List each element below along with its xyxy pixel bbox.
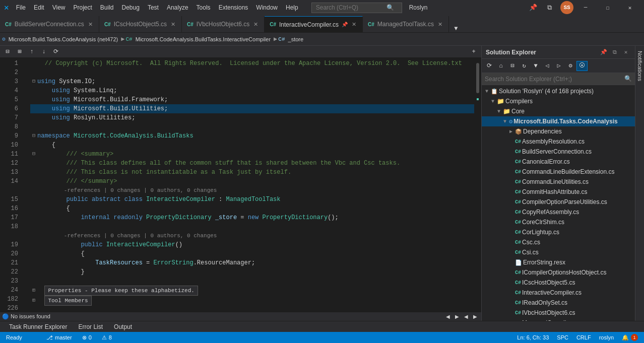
toolbar-sync-btn[interactable]: ⟳ (50, 47, 61, 57)
menu-extensions[interactable]: Extensions (215, 2, 252, 13)
close-button[interactable]: ✕ (620, 3, 640, 13)
tree-item-commit-hash[interactable]: C# CommitHashAttribute.cs (482, 187, 635, 197)
task-runner-tab[interactable]: Task Runner Explorer (4, 322, 72, 331)
menu-tools[interactable]: Tools (192, 2, 215, 13)
tab-interactive-compiler[interactable]: C# InteractiveCompiler.cs 📌 ✕ (265, 16, 363, 32)
toolbar-collapse-btn[interactable]: ⊟ (2, 47, 13, 57)
nav-prev-btn[interactable]: ◀ (444, 314, 452, 319)
menu-debug[interactable]: Debug (118, 2, 144, 13)
error-list-tab[interactable]: Error List (73, 322, 108, 331)
collapsed-properties[interactable]: Properties - Please keep these alphabeti… (44, 286, 198, 296)
fold-btn[interactable]: ⊟ (30, 77, 37, 86)
se-collapse-btn[interactable]: ⊟ (507, 61, 518, 71)
editor-scrollbar[interactable] (474, 58, 481, 312)
se-settings-btn[interactable]: ⚙ (565, 61, 576, 71)
scrollbar-thumb[interactable] (476, 63, 479, 93)
collapsed-tool-members[interactable]: Tool Members (44, 296, 91, 306)
menu-edit[interactable]: Edit (30, 2, 48, 13)
menu-view[interactable]: View (48, 2, 70, 13)
tree-item-interactive-compiler-file[interactable]: C# InteractiveCompiler.cs (482, 288, 635, 298)
tab-close-icon[interactable]: ✕ (351, 21, 357, 28)
tree-item-cmdline-utils[interactable]: C# CommandLineUtilities.cs (482, 177, 635, 187)
search-box[interactable]: 🔍 (311, 3, 402, 13)
toolbar-next-btn[interactable]: ↓ (38, 47, 49, 57)
minimize-button[interactable]: ─ (575, 3, 596, 13)
expand-icon[interactable]: ⧉ (542, 1, 556, 14)
tree-item-dependencies[interactable]: ▶ 📦 Dependencies (482, 126, 635, 136)
breadcrumb-namespace[interactable]: Microsoft.CodeAnalysis.BuildTasks.Intera… (134, 36, 273, 42)
git-branch[interactable]: ⎇ master (44, 334, 74, 341)
se-pin-btn[interactable]: 📌 (599, 47, 609, 57)
scroll-left-btn[interactable]: ◀ (462, 314, 470, 319)
tree-label: InteractiveCompiler.cs (522, 289, 582, 296)
warning-count[interactable]: ⚠ 8 (100, 334, 114, 341)
tree-item-ireadonly-set[interactable]: C# IReadOnlySet.cs (482, 298, 635, 308)
tab-icsc-host-object[interactable]: C# ICscHostObject5.cs ✕ (99, 16, 182, 32)
tree-item-cor-lightup[interactable]: C# CorLightup.cs (482, 227, 635, 237)
tree-item-core[interactable]: ▼ 📁 Core (482, 106, 635, 116)
tree-item-icsc-host-object5[interactable]: C# ICscHostObject5.cs (482, 278, 635, 288)
se-refresh-btn[interactable]: ↻ (519, 61, 530, 71)
tree-item-compiler-option-parse[interactable]: C# CompilerOptionParseUtilities.cs (482, 197, 635, 207)
tree-item-compilers[interactable]: ▼ 📁 Compilers (482, 96, 635, 106)
tree-item-csc[interactable]: C# Csc.cs (482, 237, 635, 247)
tab-overflow-button[interactable]: ▼ (449, 25, 463, 32)
nav-next-btn[interactable]: ▶ (453, 314, 461, 319)
se-next-btn[interactable]: ▷ (553, 61, 564, 71)
tree-item-canonical-error[interactable]: C# CanonicalError.cs (482, 157, 635, 167)
scroll-right-btn[interactable]: ▶ (471, 314, 479, 319)
se-prev-btn[interactable]: ◁ (542, 61, 553, 71)
se-expand-btn[interactable]: ⧉ (610, 47, 620, 57)
tree-item-ivbc-host-object6[interactable]: C# IVbcHostObject6.cs (482, 308, 635, 318)
code-line-182-collapsed[interactable]: ⊞ Tool Members (30, 296, 474, 306)
tree-item-project[interactable]: ▼ ⚙ Microsoft.Build.Tasks.CodeAnalysis (482, 116, 635, 126)
error-count[interactable]: ⊗ 0 (80, 334, 94, 341)
notification-btn[interactable]: 🔔 1 (620, 334, 640, 341)
tree-item-core-clr-shim[interactable]: C# CoreClrShim.cs (482, 217, 635, 227)
search-input[interactable] (316, 4, 387, 11)
tab-close-icon[interactable]: ✕ (170, 21, 176, 28)
tree-item-build-server[interactable]: C# BuildServerConnection.cs (482, 147, 635, 157)
tab-close-icon[interactable]: ✕ (252, 21, 259, 28)
tab-ivbc-host-object[interactable]: C# IVbcHostObject6.cs ✕ (182, 16, 265, 32)
menu-project[interactable]: Project (69, 2, 96, 13)
se-close-btn[interactable]: ✕ (621, 47, 631, 57)
tree-item-copy-ref-assembly[interactable]: C# CopyRefAssembly.cs (482, 207, 635, 217)
fold-btn[interactable]: ⊟ (30, 150, 37, 159)
menu-file[interactable]: File (12, 2, 30, 13)
tab-build-server-connection[interactable]: C# BuildServerConnection.cs ✕ (0, 16, 99, 32)
se-home-btn[interactable]: ⌂ (495, 61, 506, 71)
tab-managed-tool-task[interactable]: C# ManagedToolTask.cs ✕ (363, 16, 449, 32)
menu-window[interactable]: Window (252, 2, 282, 13)
tab-close-icon[interactable]: ✕ (87, 21, 94, 28)
tree-item-cmdline-builder[interactable]: C# CommandLineBuilderExtension.cs (482, 167, 635, 177)
toolbar-expand-btn[interactable]: ⊞ (14, 47, 25, 57)
tree-item-error-string[interactable]: 📄 ErrorString.resx (482, 257, 635, 267)
tree-item-solution[interactable]: ▼ 📋 Solution 'Roslyn' (4 of 168 projects… (482, 86, 635, 96)
notifications-label[interactable]: Notifications (636, 48, 644, 84)
tree-item-assembly-resolution[interactable]: C# AssemblyResolution.cs (482, 136, 635, 147)
breadcrumb-project[interactable]: Microsoft.Build.Tasks.CodeAnalysis (net4… (7, 36, 120, 42)
menu-help[interactable]: Help (282, 2, 302, 13)
code-content[interactable]: // Copyright (c) Microsoft. All Rights R… (26, 58, 474, 312)
tab-close-icon[interactable]: ✕ (437, 21, 443, 28)
code-line-24-collapsed[interactable]: ⊞ Properties - Please keep these alphabe… (30, 286, 474, 296)
se-filter-btn[interactable]: ▼ (530, 61, 541, 71)
se-sync-btn[interactable]: ⟳ (484, 61, 495, 71)
menu-build[interactable]: Build (96, 2, 118, 13)
restore-button[interactable]: ☐ (598, 3, 618, 13)
cs-file-icon: C# (515, 310, 521, 316)
tree-item-icompiler-options[interactable]: C# ICompilerOptionsHostObject.cs (482, 267, 635, 278)
menu-test[interactable]: Test (144, 2, 163, 13)
tree-item-csi[interactable]: C# Csi.cs (482, 247, 635, 257)
menu-analyze[interactable]: Analyze (163, 2, 192, 13)
se-search[interactable]: 🔍 (482, 73, 635, 85)
breadcrumb-member[interactable]: _store (286, 36, 306, 42)
toolbar-add-btn[interactable]: + (468, 47, 479, 57)
output-tab[interactable]: Output (109, 322, 137, 331)
se-search-input[interactable] (485, 76, 622, 83)
fold-btn[interactable]: ⊟ (30, 131, 37, 141)
se-active-btn[interactable]: ⦿ (576, 61, 588, 71)
pin-icon[interactable]: 📌 (526, 1, 540, 14)
toolbar-prev-btn[interactable]: ↑ (26, 47, 37, 57)
